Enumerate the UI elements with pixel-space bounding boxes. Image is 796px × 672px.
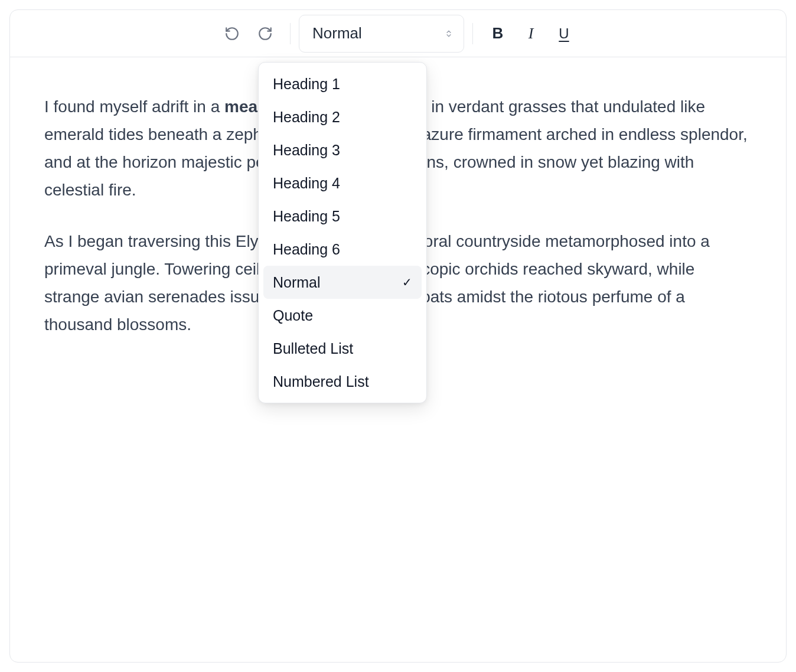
block-style-select-label: Normal bbox=[312, 24, 362, 43]
dropdown-item-label: Heading 3 bbox=[273, 142, 340, 159]
redo-icon bbox=[257, 26, 273, 41]
toolbar-divider bbox=[472, 23, 473, 44]
toolbar-divider bbox=[290, 23, 291, 44]
underline-icon: U bbox=[559, 25, 569, 42]
toolbar: Normal B I U bbox=[10, 10, 786, 57]
dropdown-item-heading-3[interactable]: Heading 3 bbox=[263, 133, 422, 167]
editor-container: Normal B I U I found myself adrift in a … bbox=[9, 9, 787, 663]
dropdown-item-heading-2[interactable]: Heading 2 bbox=[263, 100, 422, 133]
dropdown-item-numbered-list[interactable]: Numbered List bbox=[263, 365, 422, 398]
dropdown-item-heading-1[interactable]: Heading 1 bbox=[263, 67, 422, 100]
redo-button[interactable] bbox=[249, 17, 282, 50]
undo-button[interactable] bbox=[216, 17, 249, 50]
dropdown-item-heading-4[interactable]: Heading 4 bbox=[263, 167, 422, 200]
dropdown-item-label: Quote bbox=[273, 307, 313, 324]
dropdown-item-label: Normal bbox=[273, 274, 321, 291]
bold-icon: B bbox=[492, 24, 504, 43]
dropdown-item-bulleted-list[interactable]: Bulleted List bbox=[263, 332, 422, 365]
italic-button[interactable]: I bbox=[514, 17, 547, 50]
undo-icon bbox=[224, 26, 240, 41]
dropdown-item-heading-6[interactable]: Heading 6 bbox=[263, 233, 422, 266]
dropdown-item-label: Heading 6 bbox=[273, 241, 340, 258]
italic-icon: I bbox=[529, 25, 534, 43]
dropdown-item-label: Numbered List bbox=[273, 373, 369, 390]
chevron-up-down-icon bbox=[445, 30, 453, 38]
block-style-dropdown: Heading 1Heading 2Heading 3Heading 4Head… bbox=[258, 62, 427, 403]
underline-button[interactable]: U bbox=[547, 17, 580, 50]
dropdown-item-label: Heading 4 bbox=[273, 175, 340, 192]
dropdown-item-label: Bulleted List bbox=[273, 340, 353, 357]
dropdown-item-normal[interactable]: Normal✓ bbox=[263, 266, 422, 299]
checkmark-icon: ✓ bbox=[402, 275, 412, 289]
dropdown-item-label: Heading 2 bbox=[273, 109, 340, 126]
bold-button[interactable]: B bbox=[481, 17, 514, 50]
dropdown-item-heading-5[interactable]: Heading 5 bbox=[263, 200, 422, 233]
dropdown-item-label: Heading 5 bbox=[273, 208, 340, 225]
dropdown-item-label: Heading 1 bbox=[273, 76, 340, 93]
dropdown-item-quote[interactable]: Quote bbox=[263, 299, 422, 332]
block-style-select[interactable]: Normal bbox=[299, 15, 464, 53]
